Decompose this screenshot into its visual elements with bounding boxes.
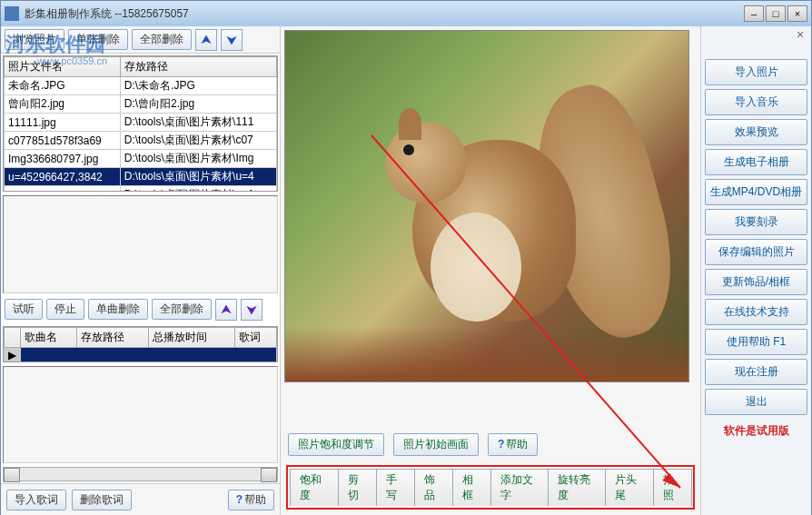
image-adjust-toolbar: 照片饱和度调节 照片初始画面 ?帮助 <box>284 426 697 463</box>
music-table[interactable]: 歌曲名 存放路径 总播放时间 歌词 ▶ <box>3 326 278 362</box>
tab-添加文字[interactable]: 添加文字 <box>490 469 549 506</box>
tab-拍照[interactable]: 拍照 <box>653 469 692 506</box>
table-row[interactable]: u=1048519074,198D:\tools\桌面\图片素材\u=1 <box>5 186 277 193</box>
table-row[interactable]: ▶ <box>5 347 277 362</box>
music-toolbar: 试听 停止 单曲删除 全部删除 <box>1 295 280 324</box>
window-title: 影集相册制作系统 --15825675057 <box>25 6 744 22</box>
import-music-button[interactable]: 导入音乐 <box>705 89 807 115</box>
music-up-button[interactable] <box>215 299 237 321</box>
tab-旋转亮度[interactable]: 旋转亮度 <box>548 469 606 506</box>
close-button[interactable]: × <box>787 5 807 22</box>
photo-preview-area <box>3 195 278 293</box>
online-support-button[interactable]: 在线技术支持 <box>705 299 807 325</box>
music-col-duration[interactable]: 总播放时间 <box>148 327 234 347</box>
table-row[interactable]: 11111.jpgD:\tools\桌面\图片素材\111 <box>5 114 277 132</box>
music-col-lyric[interactable]: 歌词 <box>235 327 277 347</box>
delete-all-photo-button[interactable]: 全部删除 <box>132 29 192 50</box>
music-col-path[interactable]: 存放路径 <box>77 327 149 347</box>
right-panel: 导入照片 导入音乐 效果预览 生成电子相册 生成MP4/DVD相册 我要刻录 保… <box>700 26 811 515</box>
table-row[interactable]: 未命名.JPGD:\未命名.JPG <box>5 77 277 95</box>
photo-preview <box>284 30 689 382</box>
music-empty-area <box>3 366 278 464</box>
exit-button[interactable]: 退出 <box>705 389 807 415</box>
table-row[interactable]: u=452966427,3842D:\tools\桌面\图片素材\u=4 <box>5 168 277 186</box>
listen-button[interactable]: 试听 <box>5 299 43 320</box>
delete-single-photo-button[interactable]: 单张删除 <box>68 29 128 50</box>
tab-手写[interactable]: 手写 <box>376 469 415 506</box>
horizontal-scrollbar[interactable] <box>3 467 278 481</box>
browse-photo-button[interactable]: 浏览照片 <box>5 29 64 50</box>
help-button[interactable]: ?帮助 <box>228 490 274 510</box>
usage-help-button[interactable]: 使用帮助 F1 <box>705 329 807 355</box>
tab-饱和度[interactable]: 饱和度 <box>290 469 339 506</box>
trial-label: 软件是试用版 <box>705 419 807 443</box>
photo-toolbar: 浏览照片 单张删除 全部删除 <box>1 26 280 54</box>
move-down-button[interactable] <box>221 29 243 51</box>
update-decoration-button[interactable]: 更新饰品/相框 <box>705 269 807 295</box>
import-photo-button[interactable]: 导入照片 <box>705 59 807 85</box>
delete-lyric-button[interactable]: 删除歌词 <box>72 490 132 510</box>
title-bar: 影集相册制作系统 --15825675057 – □ × <box>1 1 811 26</box>
register-now-button[interactable]: 现在注册 <box>705 359 807 385</box>
middle-panel: 照片饱和度调节 照片初始画面 ?帮助 饱和度剪切手写饰品相框添加文字旋转亮度片头… <box>281 26 700 515</box>
import-lyric-button[interactable]: 导入歌词 <box>6 490 66 510</box>
photo-col-path[interactable]: 存放路径 <box>120 57 276 77</box>
save-edited-photo-button[interactable]: 保存编辑的照片 <box>705 239 807 265</box>
lyric-toolbar: 导入歌词 删除歌词 ?帮助 <box>1 483 280 515</box>
tab-相框[interactable]: 相框 <box>452 469 491 506</box>
music-col-name[interactable]: 歌曲名 <box>21 327 77 347</box>
initial-image-button[interactable]: 照片初始画面 <box>393 433 479 456</box>
tab-剪切[interactable]: 剪切 <box>338 469 377 506</box>
effect-preview-button[interactable]: 效果预览 <box>705 119 807 145</box>
photo-table[interactable]: 照片文件名 存放路径 未命名.JPGD:\未命名.JPG曾向阳2.jpgD:\曾… <box>3 55 278 192</box>
minimize-button[interactable]: – <box>744 5 764 22</box>
create-mp4-dvd-button[interactable]: 生成MP4/DVD相册 <box>705 179 807 205</box>
maximize-button[interactable]: □ <box>766 5 786 22</box>
delete-single-music-button[interactable]: 单曲删除 <box>88 299 148 320</box>
edit-tabs: 饱和度剪切手写饰品相框添加文字旋转亮度片头尾拍照 <box>286 465 695 510</box>
photo-col-filename[interactable]: 照片文件名 <box>5 57 121 77</box>
image-help-button[interactable]: ?帮助 <box>488 433 538 456</box>
panel-close-icon[interactable]: × <box>792 27 808 44</box>
left-panel: 河东软件园 www.pc0359.cn 浏览照片 单张删除 全部删除 照片文件名… <box>1 26 281 515</box>
music-down-button[interactable] <box>241 299 262 321</box>
create-ealbum-button[interactable]: 生成电子相册 <box>705 149 807 175</box>
app-icon <box>5 6 19 21</box>
saturation-adjust-button[interactable]: 照片饱和度调节 <box>288 433 384 456</box>
delete-all-music-button[interactable]: 全部删除 <box>152 299 212 320</box>
move-up-button[interactable] <box>195 29 217 51</box>
burn-button[interactable]: 我要刻录 <box>705 209 807 235</box>
stop-button[interactable]: 停止 <box>46 299 84 320</box>
table-row[interactable]: 曾向阳2.jpgD:\曾向阳2.jpg <box>5 95 277 114</box>
tab-片头尾[interactable]: 片头尾 <box>605 469 654 506</box>
table-row[interactable]: Img336680797.jpgD:\tools\桌面\图片素材\Img <box>5 150 277 168</box>
tab-饰品[interactable]: 饰品 <box>414 469 453 506</box>
table-row[interactable]: c077851d578f3a69D:\tools\桌面\图片素材\c07 <box>5 132 277 150</box>
